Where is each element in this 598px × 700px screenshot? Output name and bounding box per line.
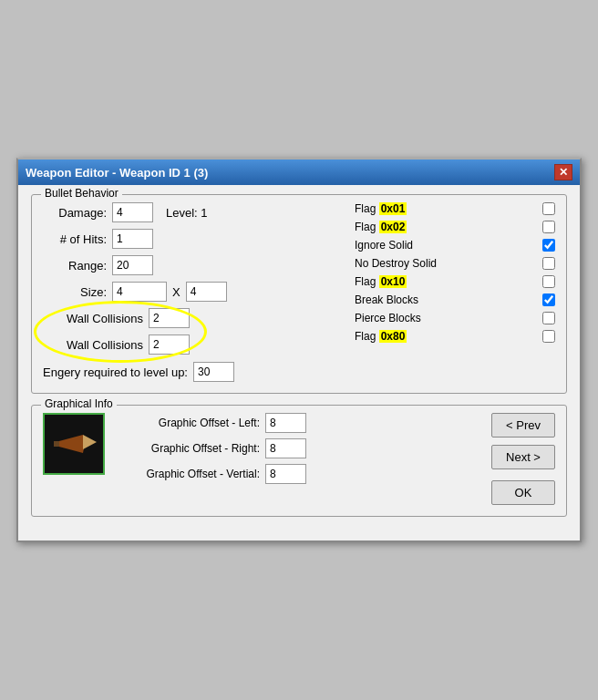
weapon-preview [43, 413, 105, 475]
damage-label: Damage: [43, 206, 107, 220]
no-destroy-label: No Destroy Solid [355, 257, 537, 270]
size-y-input[interactable] [186, 282, 227, 302]
offset-vertical-input[interactable] [265, 464, 306, 484]
range-label: Range: [43, 259, 107, 273]
flag-02-row: Flag 0x02 [355, 221, 555, 233]
offset-vertical-row: Graphic Offset - Vertial: [114, 464, 482, 484]
graphic-offset-fields: Graphic Offset - Left: Graphic Offset - … [114, 413, 482, 489]
no-destroy-checkbox[interactable] [542, 257, 555, 270]
ignore-solid-checkbox[interactable] [542, 239, 555, 252]
hits-row: # of Hits: [43, 229, 340, 249]
range-input[interactable] [112, 255, 153, 275]
wall-collision-row-2: Wall Collisions [43, 335, 340, 355]
pierce-blocks-label: Pierce Blocks [355, 312, 537, 324]
energy-row: Engery required to level up: [43, 362, 340, 382]
flag-10-checkbox[interactable] [542, 275, 555, 288]
flag-10-label: Flag 0x10 [355, 275, 537, 288]
next-button[interactable]: Next > [491, 445, 555, 469]
wall-col2-label: Wall Collisions [43, 338, 143, 352]
weapon-editor-window: Weapon Editor - Weapon ID 1 (3) ✕ Bullet… [16, 158, 582, 542]
bullet-behavior-label: Bullet Behavior [41, 187, 122, 200]
size-x-separator: X [172, 285, 180, 299]
flag-80-checkbox[interactable] [542, 330, 555, 343]
no-destroy-row: No Destroy Solid [355, 257, 555, 270]
range-row: Range: [43, 255, 340, 275]
window-title: Weapon Editor - Weapon ID 1 (3) [26, 166, 208, 180]
size-x-input[interactable] [112, 282, 167, 302]
level-label: Level: 1 [166, 206, 208, 220]
offset-left-label: Graphic Offset - Left: [114, 417, 260, 429]
damage-input[interactable] [112, 202, 153, 222]
flag-01-checkbox[interactable] [542, 202, 555, 215]
offset-right-input[interactable] [265, 438, 306, 458]
graphical-info-label: Graphical Info [41, 397, 117, 410]
wall-col2-input[interactable] [149, 335, 190, 355]
flag-80-row: Flag 0x80 [355, 330, 555, 343]
navigation-buttons: < Prev Next > OK [491, 413, 555, 505]
offset-left-input[interactable] [265, 413, 306, 433]
graphical-info-group: Graphical Info Graphic Offset - Left [31, 405, 567, 517]
flag-01-code: 0x01 [379, 202, 407, 215]
close-button[interactable]: ✕ [554, 164, 572, 180]
break-blocks-row: Break Blocks [355, 293, 555, 306]
pierce-blocks-checkbox[interactable] [542, 312, 555, 324]
break-blocks-label: Break Blocks [355, 293, 537, 306]
bullet-behavior-group: Bullet Behavior Damage: Level: 1 # of Hi… [31, 194, 567, 394]
offset-vertical-label: Graphic Offset - Vertial: [114, 468, 260, 480]
wall-col1-input[interactable] [149, 308, 190, 328]
flag-10-code: 0x10 [379, 275, 407, 288]
wall-collision-row-1: Wall Collisions [43, 308, 340, 328]
flag-01-row: Flag 0x01 [355, 202, 555, 215]
size-label: Size: [43, 285, 107, 299]
weapon-sprite [46, 417, 101, 471]
pierce-blocks-row: Pierce Blocks [355, 312, 555, 324]
break-blocks-checkbox[interactable] [542, 293, 555, 306]
flag-80-label: Flag 0x80 [355, 330, 537, 343]
flags-column: Flag 0x01 Flag 0x02 Ignore Solid [355, 202, 555, 382]
energy-label: Engery required to level up: [43, 365, 188, 379]
ignore-solid-label: Ignore Solid [355, 239, 537, 252]
flag-02-code: 0x02 [379, 221, 407, 233]
ok-button[interactable]: OK [491, 480, 555, 505]
title-bar: Weapon Editor - Weapon ID 1 (3) ✕ [18, 160, 580, 185]
offset-right-label: Graphic Offset - Right: [114, 442, 260, 455]
offset-right-row: Graphic Offset - Right: [114, 438, 482, 458]
wall-col1-label: Wall Collisions [43, 312, 143, 325]
flag-02-checkbox[interactable] [542, 221, 555, 233]
offset-left-row: Graphic Offset - Left: [114, 413, 482, 433]
ignore-solid-row: Ignore Solid [355, 239, 555, 252]
energy-input[interactable] [193, 362, 234, 382]
prev-button[interactable]: < Prev [491, 413, 555, 438]
flag-10-row: Flag 0x10 [355, 275, 555, 288]
hits-input[interactable] [112, 229, 153, 249]
flag-01-label: Flag 0x01 [355, 202, 537, 215]
flag-80-code: 0x80 [379, 330, 407, 343]
size-row: Size: X [43, 282, 340, 302]
hits-label: # of Hits: [43, 232, 107, 246]
damage-row: Damage: Level: 1 [43, 202, 340, 222]
flag-02-label: Flag 0x02 [355, 221, 537, 233]
svg-rect-3 [54, 441, 59, 447]
